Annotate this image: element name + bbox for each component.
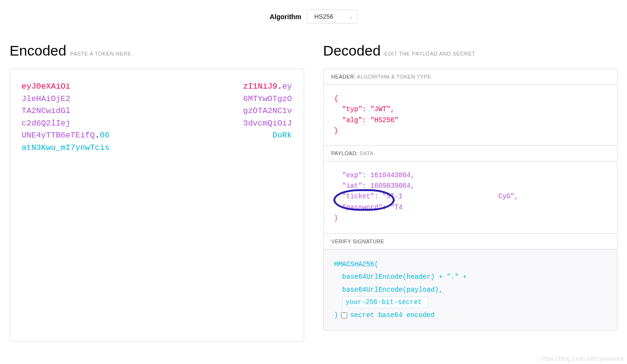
encoded-column: Encoded PASTE A TOKEN HERE eyJ0eXAiOi zI…: [10, 43, 304, 341]
json-val: 1610443864: [370, 171, 410, 179]
decoded-header: Decoded EDIT THE PAYLOAD AND SECRET: [323, 43, 618, 59]
json-val: "JWT": [370, 105, 390, 113]
sig-fn: HMACSHA256(: [334, 258, 607, 271]
decoded-column: Decoded EDIT THE PAYLOAD AND SECRET HEAD…: [323, 43, 618, 341]
token-part: 06: [100, 131, 109, 140]
decoded-subtitle: EDIT THE PAYLOAD AND SECRET: [385, 51, 476, 57]
sig-line: base64UrlEncode(payload),: [342, 286, 443, 294]
token-part: zI1NiJ9: [243, 82, 277, 91]
algorithm-label: Algorithm: [270, 13, 301, 21]
token-part: TA2NCwidGl: [22, 105, 70, 117]
json-brace: {: [334, 93, 607, 104]
json-val: "ST-1: [382, 193, 402, 200]
encoded-subtitle: PASTE A TOKEN HERE: [70, 51, 131, 57]
json-key: "password": [342, 204, 382, 211]
header-section-title: HEADER: ALGORITHM & TOKEN TYPE: [324, 69, 617, 85]
payload-sub: DATA: [360, 150, 374, 156]
json-key: "exp": [342, 171, 362, 179]
token-part: eyJ0eXAiOi: [22, 82, 70, 91]
watermark: https://blog.csdn.net/zyooooxie: [541, 355, 624, 362]
payload-json[interactable]: "exp": 1610443864, "iat": 1609839064, "t…: [324, 161, 617, 233]
token-dot: .: [95, 131, 100, 140]
token-part: c2d6Q2lIej: [22, 117, 70, 130]
json-val: 1609839064: [370, 182, 410, 190]
chevron-down-icon: ⌄: [349, 14, 353, 19]
algorithm-value: HS256: [314, 13, 333, 20]
token-part: gzOTA2NC1v: [243, 105, 292, 117]
sig-close: ): [334, 309, 338, 322]
payload-label: PAYLOAD:: [331, 150, 358, 156]
signature-body: HMACSHA256( base64UrlEncode(header) + ".…: [324, 250, 617, 330]
json-val: CyG": [498, 193, 514, 200]
token-part: ey: [282, 82, 292, 91]
json-key: "ticket": [342, 193, 374, 200]
token-part: DoRk: [273, 129, 292, 142]
json-key: "typ": [342, 105, 362, 113]
header-json[interactable]: { "typ": "JWT", "alg": "HS256" }: [324, 85, 617, 145]
header-sub: ALGORITHM & TOKEN TYPE: [357, 74, 431, 80]
token-dot: .: [277, 82, 282, 91]
token-part: atN3Kwu_mI7ynwTcis: [22, 143, 110, 152]
signature-label: VERIFY SIGNATURE: [331, 239, 385, 244]
token-part: JleHAiOjE2: [22, 93, 70, 105]
json-val: "HS256": [370, 116, 399, 124]
algorithm-select[interactable]: HS256 ⌄: [307, 10, 357, 23]
encoded-textarea[interactable]: eyJ0eXAiOi zI1NiJ9.ey JleHAiOjE2 6MTYwOT…: [10, 68, 304, 341]
token-part: 3dvcmQiOiJ: [243, 117, 292, 130]
token-part: UNE4yTTB6eTEifQ: [22, 131, 95, 140]
decoded-box: HEADER: ALGORITHM & TOKEN TYPE { "typ": …: [323, 68, 618, 331]
json-brace: }: [334, 213, 607, 223]
json-key: "alg": [342, 116, 362, 124]
header-label: HEADER:: [331, 74, 356, 80]
json-val: "T4: [390, 204, 402, 211]
algorithm-row: Algorithm HS256 ⌄: [10, 10, 617, 23]
secret-base64-label: secret base64 encoded: [350, 309, 434, 322]
json-brace: }: [334, 125, 607, 136]
secret-input[interactable]: [342, 296, 428, 308]
payload-section-title: PAYLOAD: DATA: [324, 145, 617, 161]
signature-section-title: VERIFY SIGNATURE: [324, 233, 617, 250]
token-part: 6MTYwOTgzO: [243, 93, 292, 105]
secret-base64-checkbox[interactable]: [341, 312, 347, 318]
json-key: "iat": [342, 182, 362, 190]
main-columns: Encoded PASTE A TOKEN HERE eyJ0eXAiOi zI…: [10, 43, 617, 341]
encoded-header: Encoded PASTE A TOKEN HERE: [10, 43, 304, 59]
encoded-title: Encoded: [10, 43, 66, 59]
decoded-title: Decoded: [323, 43, 381, 59]
sig-line: base64UrlEncode(header) + "." +: [342, 273, 467, 281]
